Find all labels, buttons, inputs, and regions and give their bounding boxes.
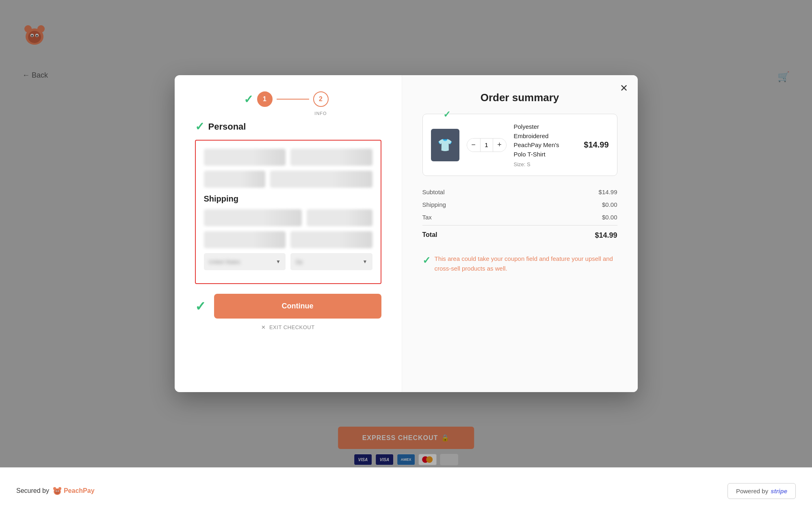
quantity-control: − 1 + xyxy=(467,138,507,152)
quantity-value: 1 xyxy=(480,139,493,152)
close-button[interactable]: ✕ xyxy=(620,83,628,93)
svg-point-12 xyxy=(55,489,60,494)
svg-point-11 xyxy=(58,487,61,490)
tax-value: $0.00 xyxy=(602,214,617,221)
step-connector xyxy=(277,99,309,100)
continue-button[interactable]: Continue xyxy=(214,294,381,319)
state-field[interactable] xyxy=(290,231,372,248)
form-area: Shipping United States xyxy=(195,140,381,284)
subtotal-label: Subtotal xyxy=(422,189,445,195)
peachpay-brand: PeachPay xyxy=(52,486,95,496)
product-card: ✓ 👕 − 1 + Polyester Embroidered Peach xyxy=(422,114,617,176)
zip-dropdown[interactable]: Zip ▼ xyxy=(290,253,372,270)
shirt-icon: 👕 xyxy=(437,138,453,152)
svg-point-10 xyxy=(53,487,56,490)
country-dropdown[interactable]: United States ▼ xyxy=(204,253,286,270)
stripe-label: stripe xyxy=(771,488,787,494)
shipping-title: Shipping xyxy=(204,194,372,204)
shipping-row-3: United States ▼ Zip ▼ xyxy=(204,253,372,270)
svg-point-16 xyxy=(58,491,59,492)
shipping-row: Shipping $0.00 xyxy=(422,198,617,211)
exit-checkout[interactable]: ✕ EXIT CHECKOUT xyxy=(195,324,381,330)
peachpay-name: PeachPay xyxy=(64,487,95,494)
product-image: 👕 xyxy=(431,129,459,161)
order-totals: Subtotal $14.99 Shipping $0.00 Tax $0.00… xyxy=(422,186,617,243)
personal-row-1 xyxy=(204,149,372,166)
left-panel: ✓ 1 2 INFO ✓ Personal xyxy=(175,75,402,392)
tax-row: Tax $0.00 xyxy=(422,211,617,223)
right-panel: Order summary ✓ 👕 − 1 + Polyester xyxy=(402,75,638,392)
coupon-checkmark: ✓ xyxy=(422,255,431,266)
powered-by-stripe: Powered by stripe xyxy=(728,483,796,499)
total-row: Total $14.99 xyxy=(422,225,617,243)
personal-section: ✓ Personal Shipping xyxy=(195,120,381,284)
coupon-text: This area could take your coupon field a… xyxy=(435,254,617,273)
tax-label: Tax xyxy=(422,214,432,221)
zip-arrow: ▼ xyxy=(363,259,368,265)
total-label: Total xyxy=(422,231,437,240)
address2-field[interactable] xyxy=(307,209,372,226)
peachpay-bear-small xyxy=(52,486,62,496)
subtotal-row: Subtotal $14.99 xyxy=(422,186,617,198)
product-price: $14.99 xyxy=(584,140,608,150)
personal-row-2 xyxy=(204,171,372,188)
continue-area: ✓ Continue xyxy=(195,294,381,319)
decrease-qty-button[interactable]: − xyxy=(467,139,480,152)
powered-label: Powered by xyxy=(736,488,768,494)
secured-label: Secured by xyxy=(16,487,49,494)
product-info: Polyester Embroidered PeachPay Men's Pol… xyxy=(514,122,577,167)
coupon-message-area: ✓ This area could take your coupon field… xyxy=(422,254,617,273)
step-info-label: INFO xyxy=(314,111,327,116)
last-name-field[interactable] xyxy=(290,149,372,166)
city-field[interactable] xyxy=(204,231,286,248)
total-value: $14.99 xyxy=(595,231,617,240)
modal-overlay: ✕ ✓ 1 2 INFO xyxy=(0,0,812,467)
personal-title: ✓ Personal xyxy=(195,120,381,133)
order-summary-title: Order summary xyxy=(422,91,617,104)
personal-checkmark: ✓ xyxy=(195,120,204,133)
svg-point-15 xyxy=(56,491,57,492)
subtotal-value: $14.99 xyxy=(599,189,617,195)
step-2-circle: 2 xyxy=(313,91,329,107)
shipping-row-2 xyxy=(204,231,372,248)
step-check-left: ✓ xyxy=(244,93,253,106)
first-name-field[interactable] xyxy=(204,149,286,166)
phone-field[interactable] xyxy=(204,171,265,188)
increase-qty-button[interactable]: + xyxy=(493,139,506,152)
secured-by-area: Secured by PeachPay xyxy=(16,486,95,496)
checkout-modal: ✕ ✓ 1 2 INFO xyxy=(175,75,638,392)
product-size: Size: S xyxy=(514,161,577,167)
bottom-bar: Secured by PeachPay EXPRESS CHECKOUT 🔒 V… xyxy=(0,467,812,514)
continue-checkmark: ✓ xyxy=(195,299,206,314)
shipping-row-1 xyxy=(204,209,372,226)
steps-container: ✓ 1 2 INFO xyxy=(195,91,381,107)
step-1-circle: 1 xyxy=(257,91,273,107)
product-checkmark: ✓ xyxy=(443,109,450,120)
shipping-label: Shipping xyxy=(422,201,446,208)
email-field[interactable] xyxy=(270,171,372,188)
shipping-value: $0.00 xyxy=(602,201,617,208)
address-field[interactable] xyxy=(204,209,302,226)
product-name: Polyester Embroidered PeachPay Men's Pol… xyxy=(514,122,577,159)
country-arrow: ▼ xyxy=(276,259,281,265)
